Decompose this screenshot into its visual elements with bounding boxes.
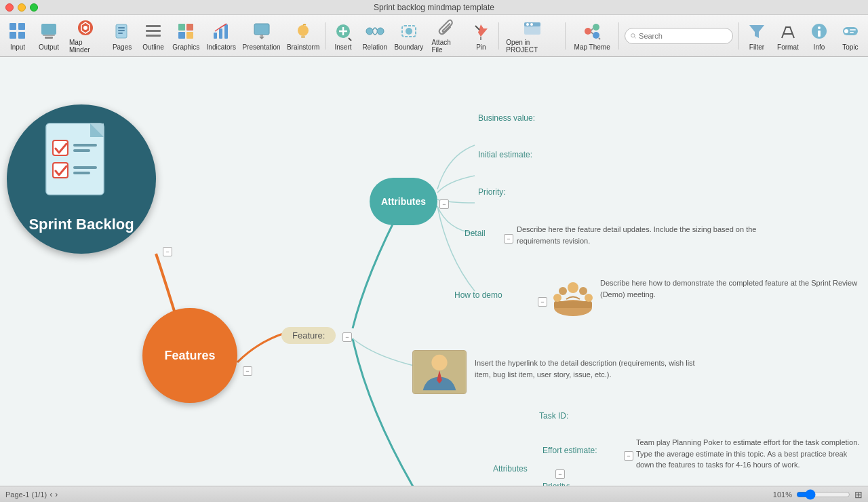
svg-rect-12 xyxy=(118,33,123,34)
toolbar-mapminder-button[interactable]: Map Minder xyxy=(65,17,106,55)
svg-point-42 xyxy=(585,28,591,35)
toolbar-filter-button[interactable]: Filter xyxy=(742,17,772,55)
toolbar-indicators-button[interactable]: Indicators xyxy=(204,17,239,55)
feature-item-node[interactable]: Feature: xyxy=(281,327,336,344)
statusbar-left: Page-1 (1/1) ‹ › xyxy=(5,490,58,499)
zoom-slider[interactable] xyxy=(796,490,850,499)
svg-rect-23 xyxy=(254,24,269,35)
close-button[interactable] xyxy=(5,3,14,12)
page-prev-button[interactable]: ‹ xyxy=(50,490,52,499)
svg-rect-14 xyxy=(146,30,161,32)
indicators-icon xyxy=(210,20,232,42)
detail-node[interactable]: Detail xyxy=(465,229,486,238)
svg-point-75 xyxy=(431,355,447,370)
info-icon xyxy=(808,20,830,42)
toolbar-relation-button[interactable]: Relation xyxy=(359,17,390,55)
attributes-node-1[interactable]: Attributes xyxy=(370,178,437,225)
svg-rect-18 xyxy=(178,32,185,39)
toolbar-graphics-button[interactable]: Graphics xyxy=(170,17,202,55)
topic-icon xyxy=(840,20,861,42)
root-collapse-btn[interactable]: − xyxy=(163,247,172,256)
svg-point-35 xyxy=(406,28,412,35)
input-icon xyxy=(7,20,28,42)
effort-desc-node: Team play Planning Poker to estimate eff… xyxy=(636,437,860,471)
svg-rect-15 xyxy=(146,35,161,37)
attributes-2-node[interactable]: Attributes xyxy=(493,464,528,474)
meeting-icon xyxy=(549,271,597,325)
effort-estimate-node[interactable]: Effort estimate: xyxy=(542,446,597,455)
toolbar-format-button[interactable]: Format xyxy=(773,17,803,55)
svg-rect-20 xyxy=(214,33,217,39)
detail-collapse-btn[interactable]: − xyxy=(504,234,513,244)
attributes-1-collapse-btn[interactable]: − xyxy=(439,199,449,209)
separator-1 xyxy=(325,22,326,50)
fullscreen-button[interactable] xyxy=(30,3,38,12)
traffic-lights xyxy=(5,3,38,12)
toolbar-input-button[interactable]: Input xyxy=(3,17,33,55)
priority-1-node[interactable]: Priority: xyxy=(478,187,506,197)
toolbar-pin-button[interactable]: Pin xyxy=(466,17,496,55)
format-icon xyxy=(777,20,799,42)
toolbar-openproject-button[interactable]: Open in PROJECT xyxy=(502,17,562,55)
filter-icon xyxy=(746,20,768,42)
fit-button[interactable]: ⊞ xyxy=(854,489,863,500)
svg-rect-4 xyxy=(41,24,56,35)
svg-rect-11 xyxy=(118,30,125,31)
map-theme-icon xyxy=(581,20,603,42)
toolbar-presentation-button[interactable]: Presentation xyxy=(240,17,283,55)
svg-rect-10 xyxy=(118,27,125,28)
svg-line-46 xyxy=(591,32,593,34)
svg-point-71 xyxy=(585,294,593,302)
features-node[interactable]: Features xyxy=(142,308,237,403)
search-input[interactable] xyxy=(639,32,727,40)
svg-point-70 xyxy=(553,294,561,302)
attributes-2-collapse-btn[interactable]: − xyxy=(555,469,565,479)
separator-4 xyxy=(618,22,619,50)
svg-point-32 xyxy=(366,28,373,35)
titlebar: Sprint backlog mindmap template xyxy=(0,0,868,15)
page-next-button[interactable]: › xyxy=(55,490,58,499)
svg-rect-17 xyxy=(186,24,193,31)
map-minder-icon xyxy=(75,18,96,37)
toolbar-output-button[interactable]: Output xyxy=(34,17,64,55)
initial-estimate-node[interactable]: Initial estimate: xyxy=(478,150,532,159)
toolbar-maptheme-button[interactable]: Map Theme xyxy=(568,17,616,55)
statusbar: Page-1 (1/1) ‹ › 101% ⊞ xyxy=(0,486,868,502)
window-title: Sprint backlog mindmap template xyxy=(374,3,494,12)
toolbar-boundary-button[interactable]: Boundary xyxy=(391,17,426,55)
toolbar-outline-button[interactable]: Outline xyxy=(138,17,168,55)
search-box[interactable] xyxy=(625,28,733,44)
task-id-node[interactable]: Task ID: xyxy=(539,411,568,421)
feature-item-collapse-btn[interactable]: − xyxy=(342,332,352,342)
svg-point-43 xyxy=(593,24,599,31)
how-to-demo-node[interactable]: How to demo xyxy=(454,290,502,300)
root-node[interactable]: Sprint Backlog xyxy=(7,104,156,254)
toolbar-pages-button[interactable]: Pages xyxy=(107,17,137,55)
minimize-button[interactable] xyxy=(18,3,26,12)
doc-icon xyxy=(39,117,121,208)
hyperlink-image-node[interactable] xyxy=(412,350,467,394)
svg-point-72 xyxy=(559,287,567,295)
svg-rect-68 xyxy=(554,301,592,308)
svg-rect-25 xyxy=(260,35,263,37)
attributes-1-label: Attributes xyxy=(381,196,426,207)
business-value-node[interactable]: Business value: xyxy=(478,113,535,123)
pages-icon xyxy=(111,20,133,42)
page-nav: ‹ › xyxy=(50,490,58,499)
how-to-demo-collapse-btn[interactable]: − xyxy=(538,297,547,307)
toolbar-info-button[interactable]: Info xyxy=(804,17,834,55)
svg-rect-66 xyxy=(73,172,90,174)
effort-collapse-btn[interactable]: − xyxy=(624,451,633,461)
toolbar-insert-button[interactable]: Insert xyxy=(328,17,358,55)
statusbar-right: 101% ⊞ xyxy=(773,489,863,500)
toolbar-brainstorm-button[interactable]: Brainstorm xyxy=(284,17,322,55)
svg-rect-1 xyxy=(18,23,25,30)
toolbar: Input Output Map Minder xyxy=(0,15,868,57)
toolbar-attachfile-button[interactable]: Attach File xyxy=(427,17,465,55)
toolbar-topic-button[interactable]: Topic xyxy=(835,17,865,55)
features-collapse-btn[interactable]: − xyxy=(243,366,252,376)
svg-rect-21 xyxy=(219,28,222,39)
svg-rect-13 xyxy=(146,25,161,27)
svg-point-52 xyxy=(818,26,821,29)
boundary-icon xyxy=(398,20,420,42)
